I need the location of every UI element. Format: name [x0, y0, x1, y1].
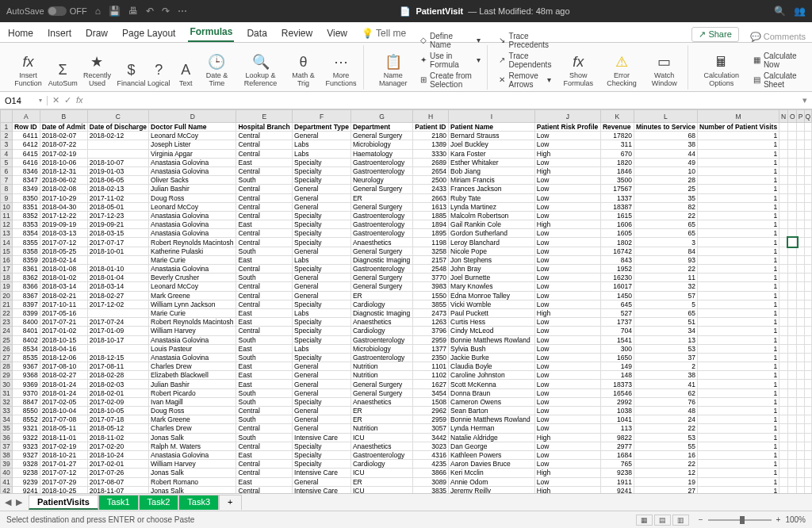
cell[interactable]: Specialty — [293, 442, 351, 450]
cell[interactable]: Miriam Francis — [449, 176, 535, 185]
cell[interactable]: 1 — [698, 442, 779, 450]
cell[interactable]: 5 — [634, 300, 697, 308]
cell[interactable]: General — [293, 477, 351, 486]
cell[interactable]: Diagnostic Imaging — [350, 255, 412, 264]
cell[interactable]: Bernard Strauss — [449, 132, 535, 140]
cell[interactable]: Specialty — [293, 265, 351, 274]
cell[interactable]: Jeremy Reilly — [449, 486, 535, 493]
cell[interactable] — [779, 229, 788, 238]
cell[interactable]: Elizabeth Blackwell — [149, 371, 236, 380]
cell[interactable] — [804, 371, 811, 380]
cell[interactable]: 1 — [698, 149, 779, 158]
row-header[interactable]: 16 — [1, 255, 13, 264]
cell[interactable]: 8359 — [12, 255, 40, 264]
cell[interactable]: 2018-02-27 — [40, 371, 87, 380]
cell[interactable]: 22 — [634, 211, 697, 220]
cell[interactable]: 1450 — [600, 291, 634, 300]
cell[interactable] — [779, 193, 788, 202]
cell[interactable]: Central — [236, 229, 293, 238]
cell[interactable] — [779, 220, 788, 229]
cell[interactable]: Anaesthetics — [350, 397, 412, 406]
cell[interactable] — [779, 415, 788, 424]
cell[interactable] — [779, 255, 788, 264]
cell[interactable] — [797, 362, 804, 371]
tell-me[interactable]: 💡 Tell me — [360, 25, 408, 42]
cell[interactable] — [797, 202, 804, 211]
cell[interactable]: 1263 — [413, 318, 449, 327]
cell[interactable]: 53 — [634, 433, 697, 442]
cell[interactable]: Anastasia Golovina — [149, 229, 236, 238]
cell[interactable]: 1102 — [413, 371, 449, 380]
header-cell[interactable]: Row ID — [12, 123, 40, 132]
cell[interactable] — [779, 371, 788, 380]
cell[interactable]: 53 — [634, 344, 697, 353]
cancel-icon[interactable]: ✕ — [52, 95, 59, 105]
cell[interactable]: 113 — [600, 424, 634, 433]
cell[interactable]: Nutrition — [350, 362, 412, 371]
logical-button[interactable]: ?Logical — [147, 60, 170, 90]
cell[interactable]: 1038 — [600, 407, 634, 415]
cell[interactable]: Cameron Owens — [449, 397, 535, 406]
cell[interactable]: 1 — [698, 327, 779, 335]
cell[interactable]: 843 — [600, 255, 634, 264]
cell[interactable] — [788, 291, 797, 300]
cell[interactable]: 8367 — [12, 291, 40, 300]
cell[interactable]: 8349 — [12, 185, 40, 193]
cell[interactable]: 32 — [634, 282, 697, 291]
cell[interactable]: 1 — [698, 265, 779, 274]
cell[interactable]: 17820 — [600, 132, 634, 140]
cell[interactable]: 9321 — [12, 424, 40, 433]
cell[interactable] — [788, 469, 797, 477]
cell[interactable]: Low — [534, 327, 600, 335]
header-cell[interactable]: Hospital Branch — [236, 123, 293, 132]
cell[interactable] — [779, 140, 788, 149]
cell[interactable]: 65 — [634, 229, 697, 238]
cell[interactable]: 2017-11-02 — [87, 193, 148, 202]
cell[interactable]: 2019-09-19 — [40, 220, 87, 229]
cell[interactable]: 1041 — [600, 415, 634, 424]
cell[interactable]: 1 — [698, 318, 779, 327]
cell[interactable]: 2017-12-22 — [40, 211, 87, 220]
cell[interactable]: 2018-11-07 — [87, 486, 148, 493]
cell[interactable] — [797, 274, 804, 282]
cell[interactable]: East — [236, 362, 293, 371]
cell[interactable]: 8399 — [12, 308, 40, 317]
cell[interactable]: 2018-01-24 — [40, 388, 87, 397]
cell[interactable]: Low — [534, 460, 600, 469]
cell[interactable]: Diagnostic Imaging — [350, 308, 412, 317]
cell[interactable] — [788, 335, 797, 344]
cell[interactable] — [788, 202, 797, 211]
cell[interactable]: 18373 — [600, 380, 634, 388]
cell[interactable]: Anaesthetics — [350, 442, 412, 450]
cell[interactable] — [797, 282, 804, 291]
cell[interactable] — [788, 407, 797, 415]
cell[interactable]: 1 — [698, 247, 779, 255]
cell[interactable]: 1 — [698, 460, 779, 469]
cell[interactable]: 93 — [634, 255, 697, 264]
cell[interactable] — [779, 149, 788, 158]
cell[interactable]: Haematology — [350, 149, 412, 158]
cell[interactable]: Specialty — [293, 158, 351, 166]
col-header-P[interactable]: P — [797, 110, 804, 123]
date-button[interactable]: 🕒Date & Time — [201, 52, 232, 90]
row-header[interactable]: 38 — [1, 450, 13, 459]
cell[interactable] — [788, 362, 797, 371]
row-header[interactable]: 8 — [1, 185, 13, 193]
cell[interactable] — [804, 166, 811, 175]
cell[interactable]: Labs — [293, 255, 351, 264]
cell[interactable] — [779, 460, 788, 469]
cell[interactable] — [788, 450, 797, 459]
cell[interactable]: 9239 — [12, 477, 40, 486]
cell[interactable]: Central — [236, 486, 293, 493]
cell[interactable]: Anaesthetics — [350, 238, 412, 247]
cell[interactable]: Central — [236, 265, 293, 274]
cell[interactable]: Low — [534, 300, 600, 308]
cell[interactable]: 9370 — [12, 388, 40, 397]
row-header[interactable]: 19 — [1, 282, 13, 291]
cell[interactable]: 2180 — [413, 132, 449, 140]
row-header[interactable]: 40 — [1, 469, 13, 477]
cell[interactable]: 2018-03-13 — [40, 229, 87, 238]
cell[interactable]: 8362 — [12, 274, 40, 282]
cell[interactable]: South — [236, 176, 293, 185]
row-header[interactable]: 14 — [1, 238, 13, 247]
